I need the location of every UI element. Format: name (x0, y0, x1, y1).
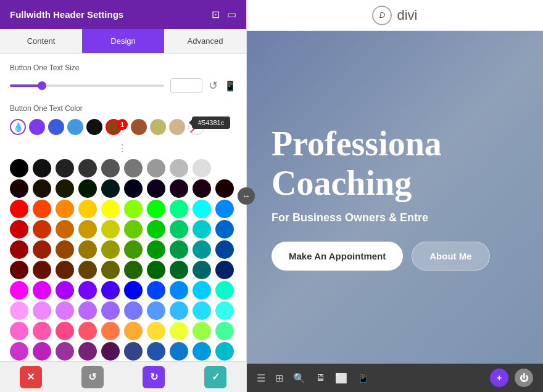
color-dot[interactable] (170, 342, 188, 361)
color-dot[interactable] (193, 159, 211, 178)
color-dot[interactable] (215, 281, 234, 300)
tab-content[interactable]: Content (0, 29, 82, 53)
color-dot[interactable] (56, 322, 74, 340)
color-dot[interactable] (78, 342, 97, 361)
slider-value-input[interactable]: 16px (170, 78, 202, 93)
color-dot[interactable] (33, 240, 51, 259)
color-dot[interactable] (170, 301, 188, 320)
color-dot[interactable] (33, 200, 51, 218)
color-dot[interactable] (78, 159, 97, 178)
color-dot[interactable] (33, 220, 51, 239)
color-dot[interactable] (193, 281, 211, 300)
tablet-icon[interactable]: ⬜ (335, 372, 347, 384)
color-dot[interactable] (101, 342, 120, 361)
color-dot[interactable] (10, 159, 28, 178)
color-dot[interactable] (78, 261, 97, 279)
desktop-icon[interactable]: 🖥 (315, 372, 325, 383)
undo-button[interactable]: ↺ (81, 366, 104, 388)
color-dot[interactable] (170, 240, 188, 259)
color-dot[interactable] (10, 301, 28, 320)
tab-advanced[interactable]: Advanced (164, 29, 246, 53)
color-dot[interactable] (170, 159, 188, 178)
reset-icon[interactable]: ↺ (209, 79, 218, 92)
color-dot[interactable] (147, 281, 165, 300)
color-dot[interactable] (147, 200, 165, 218)
color-dot[interactable] (215, 261, 234, 279)
color-dot[interactable] (215, 200, 234, 218)
swatch-blue-dark[interactable] (48, 119, 64, 135)
color-dot[interactable] (78, 200, 97, 218)
color-dot[interactable] (101, 159, 120, 178)
make-appointment-button[interactable]: Make An Appointment (272, 242, 403, 271)
color-dot[interactable] (101, 261, 120, 279)
color-dot[interactable] (170, 200, 188, 218)
resize-handle[interactable]: ↔ (238, 187, 255, 205)
close-icon[interactable]: ▭ (227, 9, 236, 20)
color-dot[interactable] (147, 240, 165, 259)
color-dot[interactable] (215, 159, 234, 178)
color-dot[interactable] (193, 342, 211, 361)
color-dot[interactable] (10, 261, 28, 279)
hamburger-icon[interactable]: ☰ (257, 372, 265, 384)
color-dot[interactable] (101, 200, 120, 218)
color-dot[interactable] (56, 159, 74, 178)
minimize-icon[interactable]: ⊡ (212, 9, 220, 20)
color-dot[interactable] (147, 220, 165, 239)
color-dot[interactable] (101, 281, 120, 300)
color-dot[interactable] (78, 220, 97, 239)
power-button[interactable]: ⏻ (515, 369, 533, 387)
color-dot[interactable] (10, 240, 28, 259)
color-dot[interactable] (124, 342, 143, 361)
color-dot[interactable] (147, 179, 165, 198)
add-button[interactable]: + (490, 369, 508, 387)
color-dot[interactable] (33, 159, 51, 178)
color-dot[interactable] (78, 281, 97, 300)
grid-icon[interactable]: ⊞ (275, 372, 283, 384)
color-dot[interactable] (215, 342, 234, 361)
swatch-black[interactable] (86, 119, 102, 135)
redo-button[interactable]: ↻ (143, 366, 165, 388)
color-dot[interactable] (124, 322, 143, 340)
color-dot[interactable] (10, 342, 28, 361)
color-dot[interactable] (56, 240, 74, 259)
color-dot[interactable] (33, 342, 51, 361)
color-dot[interactable] (193, 301, 211, 320)
color-dot[interactable] (101, 322, 120, 340)
color-dot[interactable] (215, 322, 234, 340)
eyedropper-swatch[interactable]: 💧 (10, 119, 26, 135)
swatch-purple[interactable] (29, 119, 45, 135)
color-dot[interactable] (56, 281, 74, 300)
color-dot[interactable] (124, 240, 143, 259)
color-dot[interactable] (124, 281, 143, 300)
color-dot[interactable] (124, 261, 143, 279)
color-dot[interactable] (78, 322, 97, 340)
color-dot[interactable] (10, 179, 28, 198)
color-dot[interactable] (33, 322, 51, 340)
about-me-button[interactable]: About Me (412, 242, 489, 271)
color-dot[interactable] (147, 301, 165, 320)
confirm-button[interactable]: ✓ (204, 366, 226, 388)
color-dot[interactable] (56, 261, 74, 279)
slider-track[interactable] (10, 84, 164, 87)
color-dot[interactable] (101, 220, 120, 239)
swatch-tan[interactable] (169, 119, 185, 135)
color-dot[interactable] (124, 159, 143, 178)
color-dot[interactable] (56, 220, 74, 239)
color-dot[interactable] (78, 301, 97, 320)
color-dot[interactable] (124, 301, 143, 320)
tab-design[interactable]: Design (82, 29, 164, 53)
color-dot[interactable] (147, 261, 165, 279)
color-dot[interactable] (147, 322, 165, 340)
swatch-khaki[interactable] (150, 119, 166, 135)
color-dot[interactable] (193, 220, 211, 239)
color-dot[interactable] (124, 200, 143, 218)
color-dot[interactable] (101, 301, 120, 320)
slider-thumb[interactable] (38, 81, 46, 90)
color-dot[interactable] (101, 179, 120, 198)
color-dot[interactable] (101, 240, 120, 259)
color-dot[interactable] (56, 342, 74, 361)
mobile-icon[interactable]: 📱 (357, 372, 370, 384)
color-dot[interactable] (147, 342, 165, 361)
color-dot[interactable] (78, 179, 97, 198)
color-dot[interactable] (215, 301, 234, 320)
